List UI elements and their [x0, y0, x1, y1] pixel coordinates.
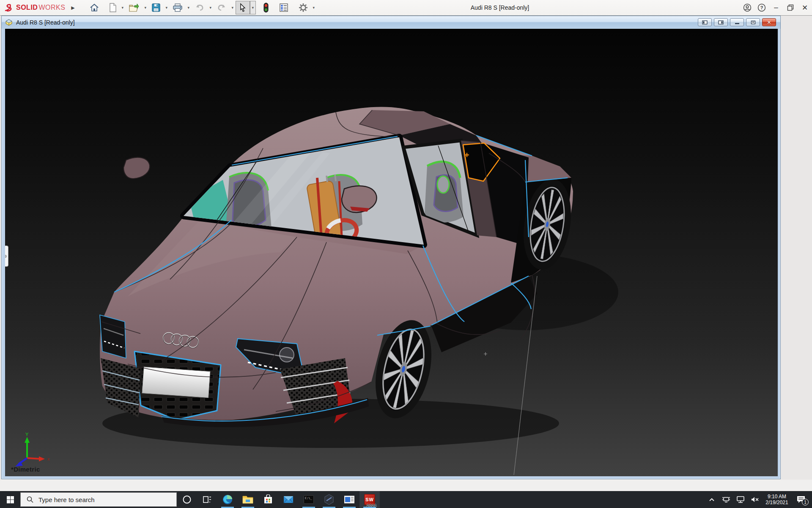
file-explorer-icon — [242, 495, 253, 504]
taskbar-command-prompt[interactable]: C:\_ — [299, 491, 319, 508]
redo-icon — [217, 3, 227, 12]
pane-left-icon — [702, 20, 708, 25]
action-center-button[interactable]: 1 — [793, 491, 809, 508]
doc-restore-icon — [751, 20, 756, 25]
display-settings-icon — [279, 3, 288, 12]
triad-x-label: x — [47, 456, 50, 461]
feature-manager-collapsed-tab[interactable] — [5, 246, 8, 267]
chevron-up-icon — [709, 497, 715, 502]
brand-solid: SOLID — [16, 4, 38, 11]
task-view-icon — [203, 495, 212, 504]
new-document-button[interactable] — [106, 1, 120, 14]
taskbar-mail[interactable] — [278, 491, 299, 508]
restore-button[interactable] — [783, 0, 798, 15]
view-orientation-label: *Dimetric — [11, 466, 40, 473]
task-pane-strip — [782, 16, 812, 479]
display-settings-button[interactable] — [276, 1, 291, 14]
save-dropdown[interactable]: ▾ — [164, 1, 170, 14]
solidworks-logo: SOLIDWORKS — [4, 3, 65, 12]
taskbar-media-app[interactable] — [339, 491, 359, 508]
taskbar-hex-app[interactable] — [319, 491, 339, 508]
license-plate — [142, 367, 210, 398]
document-titlebar[interactable]: Audi R8 S [Read-only] — [2, 16, 780, 29]
graphics-viewport[interactable]: Y x *Dimetric — [5, 29, 778, 476]
print-button[interactable] — [170, 1, 186, 14]
taskbar-search-input[interactable]: Type here to search — [20, 492, 177, 507]
select-tool-button[interactable] — [236, 1, 250, 14]
open-dropdown[interactable]: ▾ — [143, 1, 148, 14]
print-dropdown[interactable]: ▾ — [186, 1, 192, 14]
undo-icon — [195, 3, 205, 12]
status-bar — [0, 480, 812, 491]
cortana-icon — [182, 495, 192, 504]
orientation-triad[interactable]: Y x — [11, 432, 58, 470]
taskbar-store[interactable] — [258, 491, 278, 508]
new-document-icon — [109, 3, 117, 12]
select-tool-dropdown[interactable]: ▾ — [250, 1, 256, 14]
selection-filter-button[interactable] — [260, 1, 272, 14]
tray-network-button[interactable] — [734, 491, 747, 508]
open-button[interactable] — [126, 1, 143, 14]
app-window-title: Audi R8 S [Read-only] — [445, 0, 555, 15]
document-window: Audi R8 S [Read-only] — [1, 16, 781, 479]
network-icon — [736, 496, 745, 503]
side-mirror-left — [123, 157, 150, 179]
document-title: Audi R8 S [Read-only] — [16, 19, 75, 26]
options-dropdown[interactable]: ▾ — [311, 1, 317, 14]
store-icon — [263, 494, 273, 505]
redo-button[interactable] — [214, 1, 230, 14]
account-button[interactable] — [740, 0, 754, 15]
start-button[interactable] — [0, 491, 20, 508]
doc-minimize-icon — [735, 20, 740, 25]
taskbar-solidworks[interactable]: SW 2021 — [359, 491, 380, 508]
triad-y-label: Y — [25, 432, 29, 437]
taskbar-file-explorer[interactable] — [238, 491, 258, 508]
redo-dropdown[interactable]: ▾ — [230, 1, 236, 14]
minimize-button[interactable]: – — [769, 0, 783, 15]
search-placeholder: Type here to search — [38, 496, 95, 503]
taskbar-cortana[interactable] — [177, 491, 197, 508]
save-button[interactable] — [148, 1, 164, 14]
menu-expand-arrow-icon[interactable]: ▶ — [71, 5, 74, 11]
restore-icon — [787, 4, 794, 11]
home-icon — [90, 3, 99, 12]
pane-right-button[interactable] — [714, 18, 728, 26]
doc-minimize-button[interactable] — [730, 18, 744, 26]
new-document-dropdown[interactable]: ▾ — [120, 1, 126, 14]
edge-icon — [222, 494, 233, 505]
help-icon: ? — [757, 3, 766, 12]
headlight-left — [100, 315, 126, 358]
clock-time: 9:10 AM — [764, 494, 790, 500]
notification-badge: 1 — [802, 499, 809, 505]
tray-clock[interactable]: 9:10 AM 2/19/2021 — [763, 494, 791, 505]
select-cursor-icon — [239, 3, 247, 12]
home-button[interactable] — [87, 1, 102, 14]
solidworks-year: 2021 — [367, 503, 377, 508]
close-app-button[interactable]: ✕ — [798, 0, 812, 15]
selection-filter-icon — [263, 3, 269, 13]
solidworks-application: SOLIDWORKS ▶ ▾ — [0, 0, 812, 508]
volume-muted-icon — [751, 496, 759, 503]
windows-logo-icon — [7, 496, 14, 503]
tray-display-button[interactable] — [720, 491, 732, 508]
undo-dropdown[interactable]: ▾ — [208, 1, 214, 14]
tab-grip-dot — [5, 255, 7, 258]
brand-works: WORKS — [38, 4, 65, 11]
doc-close-button[interactable]: ✕ — [762, 18, 776, 26]
app-title-bar: SOLIDWORKS ▶ ▾ — [0, 0, 812, 16]
account-icon — [743, 3, 752, 12]
tray-volume-button[interactable] — [749, 491, 761, 508]
command-prompt-icon: C:\_ — [304, 495, 314, 504]
pane-left-button[interactable] — [698, 18, 712, 26]
options-button[interactable] — [296, 1, 311, 14]
virtual-display-icon — [722, 496, 730, 503]
windows-taskbar: Type here to search — [0, 491, 812, 508]
media-app-icon — [344, 495, 355, 504]
help-button[interactable]: ? — [754, 0, 769, 15]
tray-chevron-button[interactable] — [705, 491, 718, 508]
hex-app-icon — [324, 494, 334, 505]
taskbar-edge[interactable] — [217, 491, 238, 508]
doc-restore-button[interactable] — [746, 18, 760, 26]
undo-button[interactable] — [192, 1, 208, 14]
taskbar-task-view[interactable] — [197, 491, 217, 508]
